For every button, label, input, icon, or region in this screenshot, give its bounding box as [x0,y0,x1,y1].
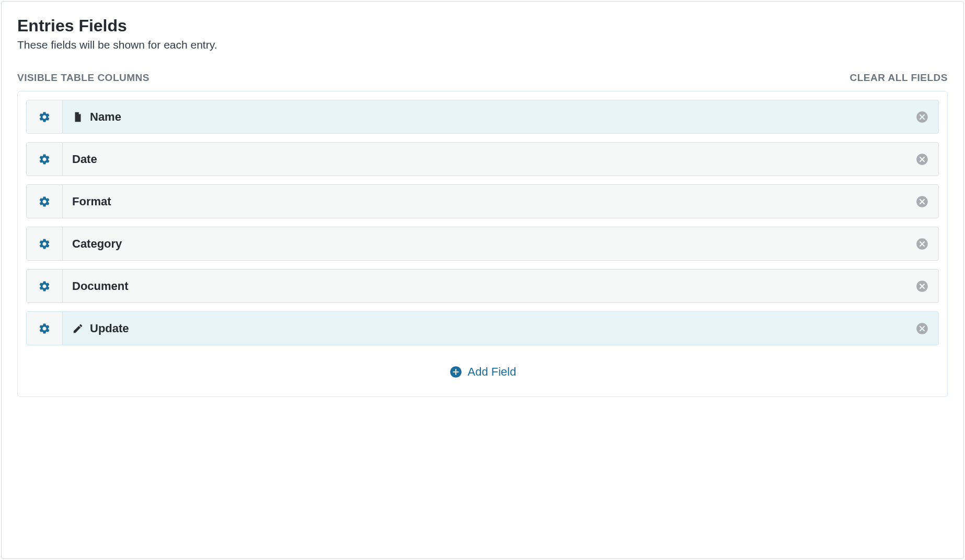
field-label-wrap: Name [72,110,121,124]
field-row[interactable]: Category [26,227,939,261]
field-settings-button[interactable] [27,270,63,302]
field-label-wrap: Category [72,237,122,251]
remove-field-button[interactable] [915,110,929,124]
gear-icon [38,195,51,208]
field-body: Category [63,227,938,260]
field-body: Date [63,143,938,176]
gear-icon [38,238,51,250]
field-label: Update [90,322,129,335]
edit-icon [72,323,84,334]
section-header: VISIBLE TABLE COLUMNS CLEAR ALL FIELDS [17,72,948,84]
gear-icon [38,322,51,335]
remove-field-button[interactable] [915,322,929,335]
visible-columns-label: VISIBLE TABLE COLUMNS [17,72,150,84]
remove-field-button[interactable] [915,153,929,166]
field-settings-button[interactable] [27,227,63,260]
field-label: Document [72,279,129,293]
field-settings-button[interactable] [27,185,63,218]
field-row[interactable]: Document [26,269,939,303]
add-field-button[interactable]: Add Field [26,354,939,388]
field-label: Format [72,195,111,208]
plus-circle-icon [449,365,463,379]
field-label-wrap: Date [72,153,97,166]
gear-icon [38,153,51,166]
field-row[interactable]: Format [26,184,939,218]
panel-subtitle: These fields will be shown for each entr… [17,39,948,51]
field-label-wrap: Document [72,279,129,293]
field-label-wrap: Update [72,322,129,335]
remove-field-button[interactable] [915,237,929,251]
field-label: Name [90,110,121,124]
field-label: Date [72,153,97,166]
remove-field-button[interactable] [915,279,929,293]
field-body: Format [63,185,938,218]
field-label: Category [72,237,122,251]
gear-icon [38,280,51,293]
field-row[interactable]: Date [26,142,939,176]
fields-container: NameDateFormatCategoryDocumentUpdate Add… [17,91,948,397]
field-row[interactable]: Update [26,311,939,345]
file-icon [72,111,84,123]
field-label-wrap: Format [72,195,111,208]
field-settings-button[interactable] [27,100,63,133]
panel-title: Entries Fields [17,16,948,36]
entries-fields-panel: Entries Fields These fields will be show… [1,1,964,559]
field-body: Update [63,312,938,345]
remove-field-button[interactable] [915,195,929,208]
clear-all-fields-button[interactable]: CLEAR ALL FIELDS [850,72,948,84]
field-body: Name [63,100,938,133]
field-body: Document [63,270,938,302]
field-settings-button[interactable] [27,312,63,345]
field-row[interactable]: Name [26,100,939,134]
gear-icon [38,111,51,123]
add-field-label: Add Field [468,365,516,379]
field-settings-button[interactable] [27,143,63,176]
